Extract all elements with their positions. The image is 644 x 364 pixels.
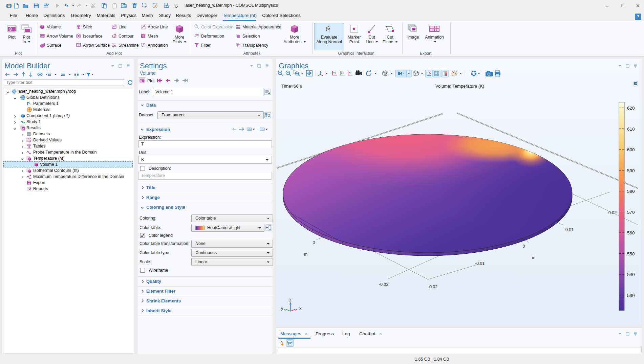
svg-text:530: 530 [627,293,635,298]
svg-text:540: 540 [627,272,635,277]
svg-text:-0.02: -0.02 [428,285,438,289]
svg-text:x: x [299,306,302,311]
svg-text:xy: xy [333,71,336,74]
svg-text:580: 580 [627,189,635,194]
svg-text:-0.02: -0.02 [379,282,389,287]
svg-text:xz: xz [349,71,351,74]
svg-text:z: z [289,297,292,302]
svg-text:0: 0 [523,244,525,249]
svg-text:550: 550 [627,251,635,256]
svg-text:yz: yz [341,71,344,74]
svg-text:m: m [304,252,307,257]
svg-text:620: 620 [627,106,635,111]
svg-text:610: 610 [627,127,635,132]
svg-text:590: 590 [627,168,635,173]
svg-text:0.01: 0.01 [565,227,574,232]
svg-text:m: m [532,255,535,260]
svg-text:Time=60 s: Time=60 s [281,84,302,89]
svg-text:570: 570 [627,210,635,215]
svg-text:560: 560 [627,230,635,235]
svg-text:-0.01: -0.01 [475,261,485,266]
svg-text:0.02: 0.02 [608,210,617,215]
svg-text:Volume: Temperature (K): Volume: Temperature (K) [435,84,484,89]
svg-text:600: 600 [627,147,635,152]
svg-text:0: 0 [313,240,315,245]
svg-text:y: y [281,306,283,311]
